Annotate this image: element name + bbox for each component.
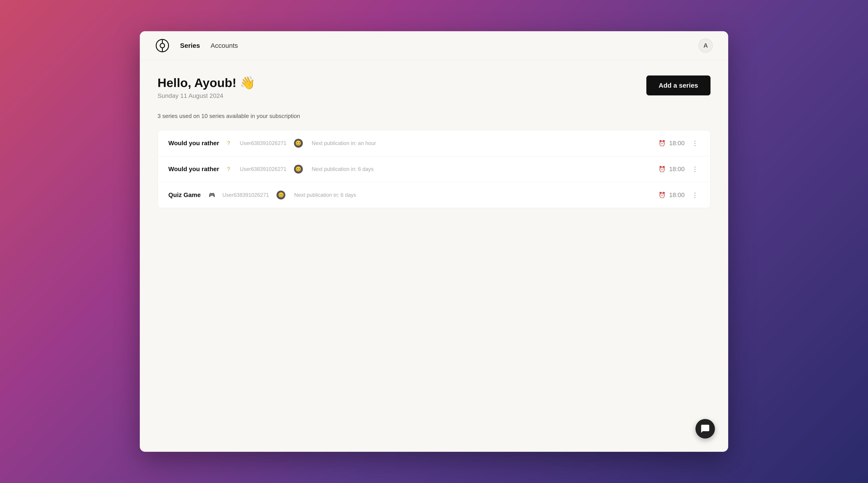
greeting-title: Hello, Ayoub! 👋 [157,76,255,90]
series-user: User638391026271 [240,140,286,146]
chat-button[interactable] [695,419,715,438]
series-row: Quiz Game 🎮 User638391026271 😊 Next publ… [158,182,710,208]
subscription-info: 3 series used on 10 series available in … [157,113,711,119]
clock-icon: ⏰ [658,166,665,173]
greeting-date: Sunday 11 August 2024 [157,92,255,100]
series-type-icon: ? [227,140,230,146]
clock-icon: ⏰ [658,192,665,199]
series-user-avatar: 😊 [294,139,303,148]
series-next-pub: Next publication in: an hour [312,140,653,146]
app-window: Series Accounts A Hello, Ayoub! 👋 Sunday… [140,31,728,452]
series-name[interactable]: Would you rather [168,140,219,147]
user-avatar[interactable]: A [699,38,713,53]
series-next-pub: Next publication in: 6 days [312,166,653,172]
clock-icon: ⏰ [658,140,665,147]
series-row: Would you rather ? User638391026271 😊 Ne… [158,156,710,182]
main-content: Hello, Ayoub! 👋 Sunday 11 August 2024 Ad… [140,60,728,452]
series-time-section: ⏰ 18:00 [658,166,685,173]
nav-series[interactable]: Series [180,42,200,49]
header: Series Accounts A [140,31,728,60]
series-row: Would you rather ? User638391026271 😊 Ne… [158,131,710,156]
chat-icon [700,424,710,434]
series-more-button[interactable]: ⋮ [690,190,700,200]
series-type-icon: ? [227,166,230,172]
series-name[interactable]: Would you rather [168,166,219,173]
nav-accounts[interactable]: Accounts [211,42,238,49]
series-time: 18:00 [669,140,685,147]
series-time: 18:00 [669,192,685,199]
svg-point-1 [160,44,164,48]
main-nav: Series Accounts [180,42,699,49]
series-name[interactable]: Quiz Game [168,192,200,199]
series-more-button[interactable]: ⋮ [690,138,700,148]
series-time: 18:00 [669,166,685,173]
page-header: Hello, Ayoub! 👋 Sunday 11 August 2024 Ad… [157,76,711,100]
greeting-section: Hello, Ayoub! 👋 Sunday 11 August 2024 [157,76,255,100]
series-user: User638391026271 [222,192,269,198]
series-list: Would you rather ? User638391026271 😊 Ne… [157,130,711,208]
series-next-pub: Next publication in: 6 days [294,192,653,198]
series-type-icon: 🎮 [209,192,215,198]
add-series-button[interactable]: Add a series [646,76,711,95]
series-user: User638391026271 [240,166,286,172]
series-user-avatar: 😊 [294,165,303,174]
series-more-button[interactable]: ⋮ [690,164,700,174]
app-logo[interactable] [155,38,169,53]
series-time-section: ⏰ 18:00 [658,140,685,147]
series-user-avatar: 😊 [277,191,285,199]
series-time-section: ⏰ 18:00 [658,192,685,199]
